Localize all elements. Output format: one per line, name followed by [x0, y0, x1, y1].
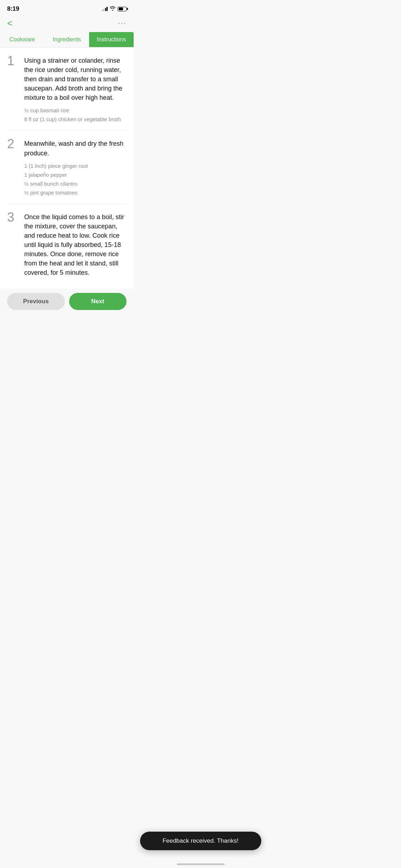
prev-button[interactable]: Previous [7, 293, 65, 310]
instruction-step-1: 1 Using a strainer or colander, rinse th… [7, 47, 127, 130]
step-content-2: Meanwhile, wash and dry the fresh produc… [24, 139, 127, 196]
step-text-1: Using a strainer or colander, rinse the … [24, 56, 127, 102]
step-content-3: Once the liquid comes to a boil, stir th… [24, 212, 127, 282]
step-number-3: 3 [7, 211, 19, 224]
step-number-2: 2 [7, 138, 19, 150]
ingredient-1-1: ½ cup basmati rice [24, 107, 127, 114]
ingredient-2-1: 1 (1 inch) piece ginger root [24, 162, 127, 170]
ingredient-2-3: ½ small bunch cilantro [24, 180, 127, 187]
battery-icon [118, 7, 127, 11]
battery-fill [119, 7, 123, 10]
ingredient-1-2: 8 fl oz (1 cup) chicken or vegetable bro… [24, 115, 127, 123]
step-content-1: Using a strainer or colander, rinse the … [24, 56, 127, 123]
nav-bar: < ··· [0, 16, 134, 32]
tab-ingredients[interactable]: Ingredients [45, 32, 89, 47]
bottom-nav: Previous Next [0, 289, 134, 314]
instructions-content: 1 Using a strainer or colander, rinse th… [0, 47, 134, 289]
signal-bar-2 [103, 9, 104, 11]
signal-bar-3 [105, 8, 106, 11]
instruction-step-3: 3 Once the liquid comes to a boil, stir … [7, 204, 127, 289]
tab-cookware[interactable]: Cookware [0, 32, 45, 47]
signal-bar-4 [107, 7, 108, 11]
signal-bar-1 [102, 10, 103, 11]
step-text-2: Meanwhile, wash and dry the fresh produc… [24, 139, 127, 157]
status-icons [102, 6, 127, 12]
wifi-icon [110, 6, 115, 12]
signal-icon [102, 7, 108, 11]
step-text-3: Once the liquid comes to a boil, stir th… [24, 212, 127, 278]
step-ingredients-1: ½ cup basmati rice 8 fl oz (1 cup) chick… [24, 107, 127, 123]
step-number-1: 1 [7, 55, 19, 67]
tab-instructions[interactable]: Instructions [89, 32, 134, 47]
step-ingredients-2: 1 (1 inch) piece ginger root 1 jalapeño … [24, 162, 127, 196]
more-button[interactable]: ··· [118, 19, 127, 28]
tab-bar: Cookware Ingredients Instructions [0, 32, 134, 47]
ingredient-2-4: ½ pint grape tomatoes [24, 189, 127, 196]
status-bar: 8:19 [0, 0, 134, 16]
ingredient-2-2: 1 jalapeño pepper [24, 171, 127, 179]
status-time: 8:19 [7, 5, 19, 12]
back-button[interactable]: < [7, 19, 12, 28]
next-button[interactable]: Next [69, 293, 127, 310]
instruction-step-2: 2 Meanwhile, wash and dry the fresh prod… [7, 130, 127, 203]
